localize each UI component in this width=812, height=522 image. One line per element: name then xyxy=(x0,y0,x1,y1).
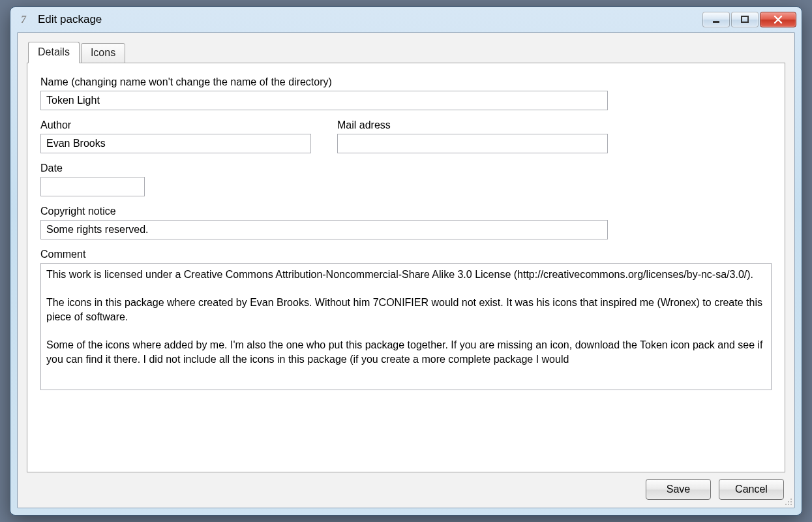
client-area: Details Icons Name (changing name won't … xyxy=(17,32,795,508)
author-label: Author xyxy=(40,119,311,131)
date-label: Date xyxy=(40,162,772,174)
svg-rect-1 xyxy=(742,16,748,22)
window: 7 Edit package Details Icons Name (chang… xyxy=(10,7,802,515)
mail-input[interactable] xyxy=(337,134,608,153)
svg-point-4 xyxy=(790,501,792,502)
window-title: Edit package xyxy=(38,13,102,26)
svg-point-5 xyxy=(785,504,787,505)
copyright-input[interactable] xyxy=(40,220,608,239)
mail-label: Mail adress xyxy=(337,119,608,131)
comment-textarea[interactable] xyxy=(40,263,772,390)
svg-point-3 xyxy=(788,501,789,502)
save-button[interactable]: Save xyxy=(646,479,711,500)
tab-body-details: Name (changing name won't change the nam… xyxy=(27,63,785,472)
minimize-button[interactable] xyxy=(702,12,730,27)
date-group: Date xyxy=(40,162,772,196)
name-group: Name (changing name won't change the nam… xyxy=(40,76,772,110)
maximize-button[interactable] xyxy=(731,12,759,27)
author-group: Author xyxy=(40,119,311,153)
name-label: Name (changing name won't change the nam… xyxy=(40,76,772,88)
date-input[interactable] xyxy=(40,177,145,196)
tab-icons[interactable]: Icons xyxy=(81,43,125,63)
svg-point-2 xyxy=(790,499,792,500)
dialog-footer: Save Cancel xyxy=(27,472,785,500)
maximize-icon xyxy=(740,15,749,24)
author-mail-row: Author Mail adress xyxy=(40,119,608,153)
copyright-group: Copyright notice xyxy=(40,206,772,239)
svg-point-6 xyxy=(788,504,789,505)
name-input[interactable] xyxy=(40,91,608,110)
mail-group: Mail adress xyxy=(337,119,608,153)
comment-group: Comment xyxy=(40,249,772,461)
tab-details[interactable]: Details xyxy=(28,42,80,63)
titlebar[interactable]: 7 Edit package xyxy=(10,7,802,32)
resize-grip-icon[interactable] xyxy=(783,497,792,506)
svg-rect-0 xyxy=(713,21,719,23)
minimize-icon xyxy=(712,15,721,24)
cancel-button[interactable]: Cancel xyxy=(719,479,784,500)
svg-point-7 xyxy=(790,504,792,505)
author-input[interactable] xyxy=(40,134,311,153)
tabstrip: Details Icons xyxy=(27,42,785,63)
close-button[interactable] xyxy=(760,12,796,27)
app-icon: 7 xyxy=(17,13,30,26)
comment-label: Comment xyxy=(40,249,772,260)
copyright-label: Copyright notice xyxy=(40,206,772,217)
close-icon xyxy=(773,15,783,24)
window-controls xyxy=(702,12,798,27)
